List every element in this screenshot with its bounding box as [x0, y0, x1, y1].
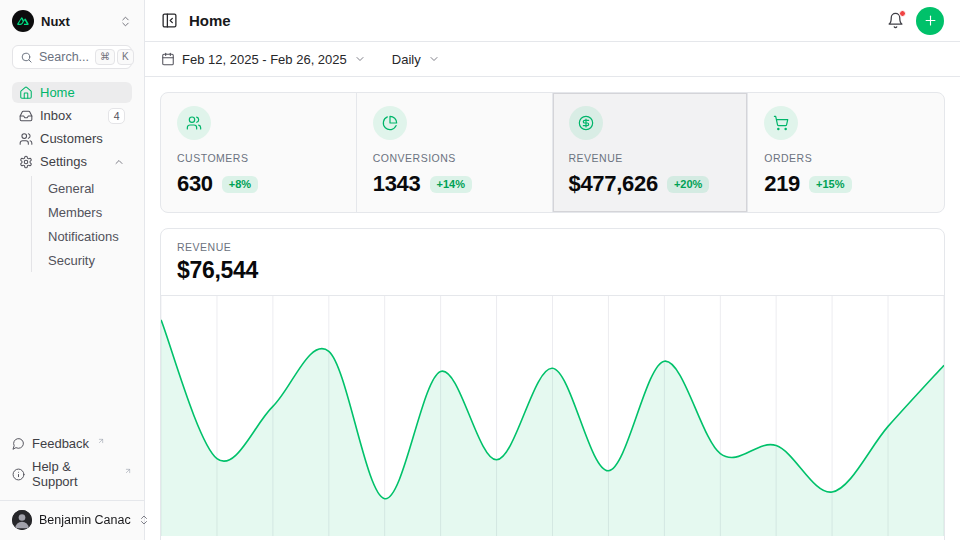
- sidebar-item-security[interactable]: Security: [32, 248, 132, 272]
- page-title: Home: [189, 12, 231, 29]
- granularity-value: Daily: [392, 52, 421, 67]
- stat-label: ORDERS: [764, 152, 928, 164]
- search-input[interactable]: Search... ⌘ K: [12, 45, 132, 69]
- main-panel: Home Feb 12, 2025 - Feb 26, 2025 Daily: [145, 0, 960, 540]
- date-range-picker[interactable]: Feb 12, 2025 - Feb 26, 2025: [161, 52, 366, 67]
- stat-label: REVENUE: [569, 152, 732, 164]
- date-range-value: Feb 12, 2025 - Feb 26, 2025: [182, 52, 347, 67]
- settings-sub-list: General Members Notifications Security: [31, 176, 132, 272]
- chevron-down-icon: [354, 53, 366, 65]
- stat-value: 1343: [373, 171, 421, 197]
- stat-card-orders[interactable]: ORDERS 219 +15%: [748, 93, 944, 212]
- chevron-down-icon: [428, 53, 440, 65]
- search-icon: [20, 51, 33, 64]
- user-menu[interactable]: Benjamin Canac: [12, 510, 132, 530]
- help-support-label: Help & Support: [32, 459, 116, 489]
- user-name: Benjamin Canac: [39, 513, 131, 527]
- external-link-icon: [124, 467, 132, 475]
- calendar-icon: [161, 52, 175, 66]
- chevrons-up-down-icon: [119, 15, 132, 28]
- users-icon: [19, 132, 33, 146]
- stat-card-revenue[interactable]: REVENUE $477,626 +20%: [553, 93, 749, 212]
- info-circle-icon: [12, 468, 25, 481]
- revenue-chart-card: REVENUE $76,544 14 Feb16 Feb18 Feb20 Feb…: [160, 228, 945, 540]
- stat-card-conversions[interactable]: CONVERSIONS 1343 +14%: [357, 93, 553, 212]
- users-icon: [177, 106, 211, 140]
- stat-value: 219: [764, 171, 800, 197]
- notifications-button[interactable]: [887, 12, 904, 29]
- sidebar-item-label: Home: [40, 85, 75, 100]
- collapse-sidebar-button[interactable]: [161, 12, 178, 29]
- stat-delta-badge: +15%: [809, 176, 851, 193]
- nuxt-logo-icon: [12, 10, 34, 32]
- chart-metric-value: $76,544: [177, 257, 928, 284]
- sidebar-footer-links: Feedback Help & Support: [12, 434, 132, 491]
- search-placeholder: Search...: [39, 50, 89, 64]
- sidebar-item-general[interactable]: General: [32, 176, 132, 200]
- filters-toolbar: Feb 12, 2025 - Feb 26, 2025 Daily: [145, 42, 960, 77]
- settings-gear-icon: [19, 155, 33, 169]
- shopping-cart-icon: [764, 106, 798, 140]
- revenue-chart-svg: [161, 296, 944, 536]
- add-button[interactable]: [916, 7, 944, 35]
- stat-label: CUSTOMERS: [177, 152, 340, 164]
- notification-dot: [899, 10, 906, 17]
- help-support-link[interactable]: Help & Support: [12, 457, 132, 491]
- sidebar-item-label: Inbox: [40, 108, 72, 123]
- home-icon: [19, 86, 33, 100]
- workspace-name: Nuxt: [41, 14, 70, 29]
- stat-delta-badge: +8%: [222, 176, 258, 193]
- chevron-up-icon: [113, 156, 125, 168]
- stat-value: $477,626: [569, 171, 658, 197]
- sidebar-item-label: Settings: [40, 154, 87, 169]
- x-axis-labels: 14 Feb16 Feb18 Feb20 Feb22 Feb24 Feb: [161, 536, 944, 540]
- stat-delta-badge: +20%: [667, 176, 709, 193]
- chart-metric-label: REVENUE: [177, 241, 928, 253]
- kbd-k: K: [117, 49, 134, 65]
- sidebar: Nuxt Search... ⌘ K Home Inbox 4: [0, 0, 145, 540]
- sidebar-item-customers[interactable]: Customers: [12, 128, 132, 149]
- avatar: [12, 510, 32, 530]
- stat-label: CONVERSIONS: [373, 152, 536, 164]
- sidebar-item-inbox[interactable]: Inbox 4: [12, 105, 132, 126]
- sidebar-item-notifications[interactable]: Notifications: [32, 224, 132, 248]
- feedback-label: Feedback: [32, 436, 89, 451]
- search-shortcut: ⌘ K: [95, 49, 134, 65]
- chart-pie-icon: [373, 106, 407, 140]
- chart-header: REVENUE $76,544: [161, 229, 944, 296]
- inbox-count-badge: 4: [108, 108, 125, 124]
- sidebar-item-members[interactable]: Members: [32, 200, 132, 224]
- message-circle-icon: [12, 437, 25, 450]
- kbd-cmd: ⌘: [95, 49, 115, 65]
- sidebar-nav: Home Inbox 4 Customers Settings Ge: [12, 82, 132, 272]
- dollar-sign-icon: [569, 106, 603, 140]
- stats-grid: CUSTOMERS 630 +8% CONVERSIONS 1343 +14%: [160, 92, 945, 213]
- sidebar-item-label: Customers: [40, 131, 103, 146]
- stat-delta-badge: +14%: [430, 176, 472, 193]
- dashboard-content: CUSTOMERS 630 +8% CONVERSIONS 1343 +14%: [145, 77, 960, 540]
- page-header: Home: [145, 0, 960, 42]
- external-link-icon: [97, 437, 105, 445]
- sidebar-divider: [0, 500, 144, 501]
- granularity-select[interactable]: Daily: [392, 52, 440, 67]
- feedback-link[interactable]: Feedback: [12, 434, 132, 453]
- sidebar-item-home[interactable]: Home: [12, 82, 132, 103]
- chevrons-up-down-icon: [138, 514, 150, 526]
- stat-card-customers[interactable]: CUSTOMERS 630 +8%: [161, 93, 357, 212]
- sidebar-item-settings[interactable]: Settings: [12, 151, 132, 172]
- inbox-icon: [19, 109, 33, 123]
- revenue-chart-plot[interactable]: [161, 296, 944, 536]
- stat-value: 630: [177, 171, 213, 197]
- workspace-selector[interactable]: Nuxt: [12, 10, 132, 32]
